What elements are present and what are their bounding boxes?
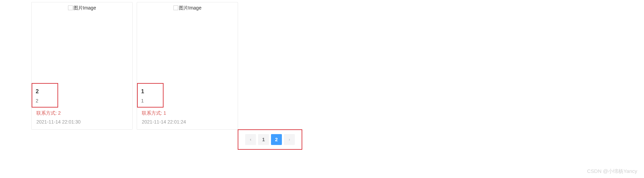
timestamp: 2021-11-14 22:01:24 bbox=[142, 119, 233, 125]
highlight-box: 2 2 bbox=[32, 83, 58, 108]
contact-line: 联系方式: 2 bbox=[36, 110, 128, 116]
pagination-next-button[interactable]: › bbox=[284, 134, 295, 145]
image-placeholder-label: 图片Image bbox=[73, 5, 96, 11]
image-placeholder-label: 图片Image bbox=[179, 5, 202, 11]
chevron-right-icon: › bbox=[289, 137, 290, 142]
broken-image-icon bbox=[68, 5, 73, 10]
timestamp: 2021-11-14 22:01:30 bbox=[36, 119, 128, 125]
contact-line: 联系方式: 1 bbox=[142, 110, 233, 116]
card-item[interactable]: 图片Image 1 1 联系方式: 1 2021-11-14 22:01:24 bbox=[137, 2, 238, 130]
pagination-wrapper: ‹ 1 2 › bbox=[238, 129, 302, 150]
contact-label: 联系方式: bbox=[36, 110, 57, 116]
contact-label: 联系方式: bbox=[142, 110, 162, 116]
highlight-box: 1 1 bbox=[137, 83, 164, 108]
contact-value: 1 bbox=[164, 110, 166, 116]
pagination-page-2[interactable]: 2 bbox=[271, 134, 282, 145]
cards-container: 图片Image 2 2 联系方式: 2 2021-11-14 22:01:30 … bbox=[0, 0, 644, 130]
pagination: ‹ 1 2 › bbox=[245, 134, 295, 145]
card-body: 1 1 联系方式: 1 2021-11-14 22:01:24 bbox=[137, 79, 238, 129]
card-image-area: 图片Image bbox=[32, 2, 132, 79]
card-body: 2 2 联系方式: 2 2021-11-14 22:01:30 bbox=[32, 79, 132, 129]
broken-image-icon bbox=[173, 5, 178, 10]
watermark: CSDN @小绵杨Yancy bbox=[587, 168, 637, 175]
chevron-left-icon: ‹ bbox=[250, 137, 251, 142]
image-placeholder: 图片Image bbox=[68, 5, 96, 11]
pagination-prev-button[interactable]: ‹ bbox=[245, 134, 256, 145]
image-placeholder: 图片Image bbox=[173, 5, 202, 11]
pagination-page-1[interactable]: 1 bbox=[258, 134, 269, 145]
card-subtitle: 2 bbox=[36, 98, 54, 103]
card-title: 2 bbox=[36, 88, 54, 95]
card-item[interactable]: 图片Image 2 2 联系方式: 2 2021-11-14 22:01:30 bbox=[31, 2, 133, 130]
contact-value: 2 bbox=[58, 110, 61, 116]
card-image-area: 图片Image bbox=[137, 2, 238, 79]
card-subtitle: 1 bbox=[141, 98, 159, 103]
card-title: 1 bbox=[141, 88, 159, 95]
